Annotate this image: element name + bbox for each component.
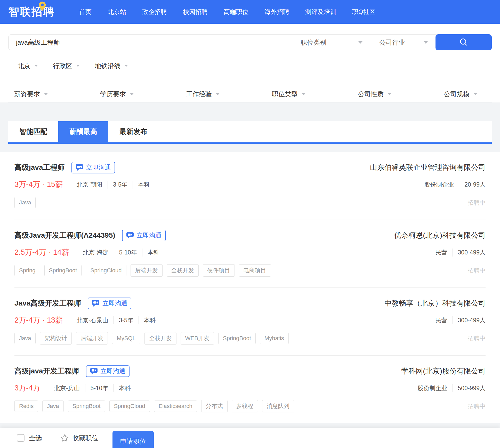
job-row: 高级java开发工程师 立即沟通 学科网(北京)股份有限公司 3万-4万 北京-… xyxy=(14,356,486,423)
job-location: 北京-朝阳 xyxy=(71,181,108,189)
job-tag: 架构设计 xyxy=(40,332,72,345)
salary-range: 3万-4万 xyxy=(14,383,40,393)
subway-dropdown[interactable]: 地铁沿线 xyxy=(95,62,128,70)
chat-now-button[interactable]: 立即沟通 xyxy=(86,365,130,377)
job-title[interactable]: 高级java开发工程师 xyxy=(14,366,79,376)
district-label: 行政区 xyxy=(53,62,72,70)
company-nature-filter-label: 公司性质 xyxy=(358,90,384,98)
job-title[interactable]: Java高级开发工程师 xyxy=(14,298,81,308)
job-tag: 电商项目 xyxy=(239,264,271,277)
recruiting-status: 招聘中 xyxy=(468,267,486,275)
company-meta: 股份制企业 20-99人 xyxy=(419,181,486,189)
chevron-down-icon xyxy=(424,41,428,44)
search-button[interactable] xyxy=(436,34,492,50)
tab-highest-salary[interactable]: 薪酬最高 xyxy=(58,121,108,142)
select-all-checkbox[interactable] xyxy=(17,434,25,442)
job-meta: 北京-海淀 5-10年 本科 xyxy=(78,249,165,257)
job-row: 高级Java开发工程师(A244395) 立即沟通 优奈柯恩(北京)科技有限公司… xyxy=(14,220,486,288)
job-tags: Java架构设计后端开发MySQL全栈开发WEB开发SpringBootMyba… xyxy=(14,332,289,345)
company-industry-dropdown[interactable]: 公司行业 xyxy=(371,35,436,50)
salary-filter-dropdown[interactable]: 薪资要求 xyxy=(14,90,48,98)
job-tag: 分布式 xyxy=(201,400,228,412)
job-list: 高级java工程师 立即沟通 山东伯睿英联企业管理咨询有限公司 3万-4万 · … xyxy=(8,152,492,423)
salary-range: 2.5万-4万 · 14薪 xyxy=(14,247,69,258)
job-category-dropdown[interactable]: 职位类别 xyxy=(292,35,371,50)
job-experience: 5-10年 xyxy=(114,249,142,257)
job-title[interactable]: 高级java工程师 xyxy=(14,163,65,172)
chevron-down-icon xyxy=(130,93,134,95)
search-input[interactable] xyxy=(9,35,292,50)
tabs-band: 智能匹配 薪酬最高 最新发布 xyxy=(0,121,500,144)
company-type: 民营 xyxy=(430,249,453,257)
zhaopin-logo[interactable]: 智联招聘 xyxy=(8,5,55,19)
company-name[interactable]: 学科网(北京)股份有限公司 xyxy=(401,366,486,376)
nav-item-assessment[interactable]: 测评及培训 xyxy=(297,8,344,16)
video-chat-icon xyxy=(92,300,100,307)
tab-smart-match[interactable]: 智能匹配 xyxy=(8,121,58,142)
select-all-label: 全选 xyxy=(29,434,42,442)
job-tags: RedisJavaSpringBootSpringCloudElasticsea… xyxy=(14,400,294,412)
job-tag: 全栈开发 xyxy=(144,332,176,345)
apply-jobs-button[interactable]: 申请职位 xyxy=(112,431,154,448)
company-name[interactable]: 优奈柯恩(北京)科技有限公司 xyxy=(394,230,486,240)
experience-filter-dropdown[interactable]: 工作经验 xyxy=(186,90,220,98)
nav-item-overseas[interactable]: 海外招聘 xyxy=(256,8,297,16)
company-size: 300-499人 xyxy=(453,316,486,324)
company-meta: 民营 300-499人 xyxy=(430,249,486,257)
job-type-filter-dropdown[interactable]: 职位类型 xyxy=(272,90,305,98)
job-row: Java高级开发工程师 立即沟通 中教畅享（北京）科技有限公司 2万-4万 · … xyxy=(14,288,486,356)
district-dropdown[interactable]: 行政区 xyxy=(53,62,80,70)
job-tag: 全栈开发 xyxy=(167,264,199,277)
nav-item-beijing[interactable]: 北京站 xyxy=(100,8,134,16)
education-filter-dropdown[interactable]: 学历要求 xyxy=(100,90,134,98)
chat-now-button[interactable]: 立即沟通 xyxy=(88,298,131,309)
job-education: 本科 xyxy=(142,249,165,257)
job-tag: 多线程 xyxy=(232,400,258,412)
chat-now-label: 立即沟通 xyxy=(101,367,125,375)
job-title[interactable]: 高级Java开发工程师(A244395) xyxy=(14,230,115,240)
salary-range: 3万-4万 · 15薪 xyxy=(14,179,63,190)
chevron-down-icon xyxy=(358,41,362,44)
education-filter-label: 学历要求 xyxy=(100,90,126,98)
job-type-filter-label: 职位类型 xyxy=(272,90,298,98)
job-experience: 3-5年 xyxy=(108,181,133,189)
city-dropdown[interactable]: 北京 xyxy=(18,62,38,70)
nav-item-campus[interactable]: 校园招聘 xyxy=(175,8,216,16)
company-name[interactable]: 中教畅享（北京）科技有限公司 xyxy=(384,298,486,308)
search-icon xyxy=(459,37,469,47)
job-tag: Elasticsearch xyxy=(154,401,197,412)
company-meta: 股份制企业 500-999人 xyxy=(413,384,486,392)
chat-now-label: 立即沟通 xyxy=(102,299,127,307)
logo-text: 智联招聘 xyxy=(8,6,55,18)
chevron-down-icon xyxy=(216,93,220,95)
job-location: 北京-海淀 xyxy=(78,249,114,257)
job-education: 本科 xyxy=(139,316,161,324)
job-education: 本科 xyxy=(133,181,155,189)
nav-item-gov-enterprise[interactable]: 政企招聘 xyxy=(134,8,175,16)
company-type: 股份制企业 xyxy=(413,384,453,392)
chevron-down-icon xyxy=(302,93,305,95)
company-type: 民营 xyxy=(430,316,453,324)
nav-item-highend[interactable]: 高端职位 xyxy=(216,8,256,16)
job-tags: Java xyxy=(14,197,36,208)
video-chat-icon xyxy=(126,232,134,239)
company-name[interactable]: 山东伯睿英联企业管理咨询有限公司 xyxy=(370,163,486,172)
favorite-jobs-button[interactable]: 收藏职位 xyxy=(60,434,98,442)
job-meta: 北京-房山 5-10年 本科 xyxy=(49,384,136,392)
company-size: 500-999人 xyxy=(453,384,486,392)
job-tags: SpringSpringBootSpringCloud后端开发全栈开发硬件项目电… xyxy=(14,264,271,277)
chevron-down-icon xyxy=(124,65,128,67)
job-tag: SpringCloud xyxy=(86,265,126,276)
salary-filter-label: 薪资要求 xyxy=(14,90,40,98)
nav-item-zhiq[interactable]: 职Q社区 xyxy=(344,8,384,16)
job-category-label: 职位类别 xyxy=(301,38,326,47)
chat-now-button[interactable]: 立即沟通 xyxy=(122,230,166,241)
company-nature-filter-dropdown[interactable]: 公司性质 xyxy=(358,90,391,98)
chat-now-button[interactable]: 立即沟通 xyxy=(71,162,115,173)
nav-item-home[interactable]: 首页 xyxy=(71,8,100,16)
chevron-down-icon xyxy=(76,65,80,67)
recruiting-status: 招聘中 xyxy=(468,402,486,410)
company-size-filter-dropdown[interactable]: 公司规模 xyxy=(444,90,477,98)
tab-latest[interactable]: 最新发布 xyxy=(108,121,158,142)
job-tag: 消息队列 xyxy=(262,400,294,412)
